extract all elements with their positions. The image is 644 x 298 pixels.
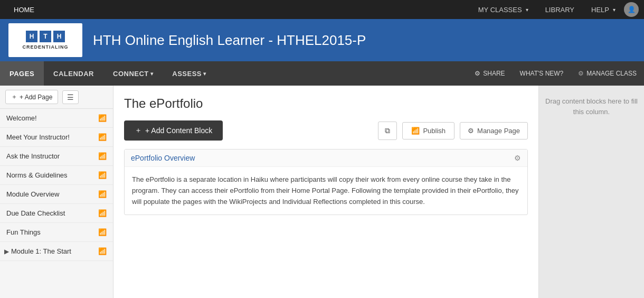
publish-button[interactable]: 📶 Publish xyxy=(402,122,454,139)
share-icon: ⚙ xyxy=(475,70,480,77)
copy-icon: ⧉ xyxy=(385,126,390,135)
plus-icon-content: ＋ xyxy=(135,126,142,135)
top-nav: HOME MY CLASSES ▾ LIBRARY HELP ▾ 👤 xyxy=(0,0,644,19)
sidebar-item-module-overview[interactable]: Module Overview 📶 xyxy=(0,185,113,204)
add-page-button[interactable]: ＋ + Add Page xyxy=(5,90,58,104)
nav-calendar[interactable]: CALENDAR xyxy=(44,61,103,86)
copy-button[interactable]: ⧉ xyxy=(378,122,397,140)
block-settings-gear-icon[interactable]: ⚙ xyxy=(514,154,521,162)
logo-h2-icon: H xyxy=(53,31,65,42)
main-nav: PAGES CALENDAR CONNECT ▾ ASSESS ▾ ⚙ SHAR… xyxy=(0,61,644,86)
main-nav-right: ⚙ SHARE WHAT'S NEW? ⚙ MANAGE CLASS xyxy=(467,61,644,86)
connect-chevron-icon: ▾ xyxy=(150,71,154,77)
list-icon: ☰ xyxy=(67,93,74,101)
user-avatar[interactable]: 👤 xyxy=(624,2,639,17)
gear-icon: ⚙ xyxy=(578,70,584,77)
myclasses-chevron-icon: ▾ xyxy=(526,7,528,13)
logo-credentialing-text: CREDENTIALING xyxy=(23,44,69,50)
main-content-area: The ePortfolio ＋ + Add Content Block ⧉ 📶… xyxy=(113,86,538,298)
help-chevron-icon: ▾ xyxy=(613,7,615,13)
block-title: ePortfolio Overview xyxy=(131,154,514,162)
library-nav-item[interactable]: LIBRARY xyxy=(537,6,583,14)
wifi-icon-meet: 📶 xyxy=(98,133,107,141)
page-title: The ePortfolio xyxy=(124,96,528,111)
sidebar-item-fun-things[interactable]: Fun Things 📶 xyxy=(0,223,113,242)
nav-connect[interactable]: CONNECT ▾ xyxy=(103,61,163,86)
manage-page-gear-icon: ⚙ xyxy=(468,127,474,135)
list-view-button[interactable]: ☰ xyxy=(62,90,79,104)
add-content-block-button[interactable]: ＋ + Add Content Block xyxy=(124,120,223,141)
wifi-icon-overview: 📶 xyxy=(98,190,107,198)
plus-icon: ＋ xyxy=(11,92,17,101)
nav-whatsnew[interactable]: WHAT'S NEW? xyxy=(513,61,571,86)
brand-bar: H T H CREDENTIALING HTH Online English L… xyxy=(0,19,644,61)
help-nav-item[interactable]: HELP ▾ xyxy=(583,6,624,14)
wifi-icon-welcome: 📶 xyxy=(98,114,107,122)
brand-logo[interactable]: H T H CREDENTIALING xyxy=(8,23,82,57)
manage-page-button[interactable]: ⚙ Manage Page xyxy=(460,122,528,139)
sidebar-item-meet-instructor[interactable]: Meet Your Instructor! 📶 xyxy=(0,128,113,147)
nav-assess[interactable]: ASSESS ▾ xyxy=(163,61,215,86)
sidebar-toolbar: ＋ + Add Page ☰ xyxy=(0,86,113,109)
logo-t-icon: T xyxy=(40,31,51,42)
sidebar-item-welcome[interactable]: Welcome! 📶 xyxy=(0,109,113,128)
sidebar-item-module-start[interactable]: ▶ Module 1: The Start 📶 xyxy=(0,242,113,261)
brand-title: HTH Online English Learner - HTHEL2015-P xyxy=(93,32,366,49)
drag-hint-text: Drag content blocks here to fill this co… xyxy=(544,96,639,117)
home-nav-item[interactable]: HOME xyxy=(5,6,43,14)
content-block-eportfolio: ePortfolio Overview ⚙ The ePortfolio is … xyxy=(124,149,528,215)
wifi-icon-norms: 📶 xyxy=(98,171,107,179)
right-column: Drag content blocks here to fill this co… xyxy=(538,86,644,298)
wifi-icon-ask: 📶 xyxy=(98,152,107,160)
content-block-body: The ePortfolio is a separate location in… xyxy=(125,167,527,215)
sidebar-item-due-date[interactable]: Due Date Checklist 📶 xyxy=(0,204,113,223)
content-block-header: ePortfolio Overview ⚙ xyxy=(125,150,527,167)
wifi-icon-duedate: 📶 xyxy=(98,209,107,217)
layout: ＋ + Add Page ☰ Welcome! 📶 Meet Your Inst… xyxy=(0,86,644,298)
sidebar: ＋ + Add Page ☰ Welcome! 📶 Meet Your Inst… xyxy=(0,86,113,298)
publish-icon: 📶 xyxy=(411,127,420,135)
wifi-icon-fun: 📶 xyxy=(98,228,107,236)
nav-pages[interactable]: PAGES xyxy=(0,61,44,86)
sidebar-item-ask-instructor[interactable]: Ask the Instructor 📶 xyxy=(0,147,113,166)
nav-share[interactable]: ⚙ SHARE xyxy=(467,61,512,86)
arrow-right-icon: ▶ xyxy=(4,248,9,255)
myclasses-nav-item[interactable]: MY CLASSES ▾ xyxy=(470,6,537,14)
assess-chevron-icon: ▾ xyxy=(203,71,206,77)
sidebar-item-norms[interactable]: Norms & Guidelines 📶 xyxy=(0,166,113,185)
nav-manageclass[interactable]: ⚙ MANAGE CLASS xyxy=(571,61,644,86)
wifi-icon-module-start: 📶 xyxy=(98,247,107,255)
logo-h-icon: H xyxy=(26,31,37,42)
content-toolbar: ＋ + Add Content Block ⧉ 📶 Publish ⚙ Mana… xyxy=(124,120,528,141)
